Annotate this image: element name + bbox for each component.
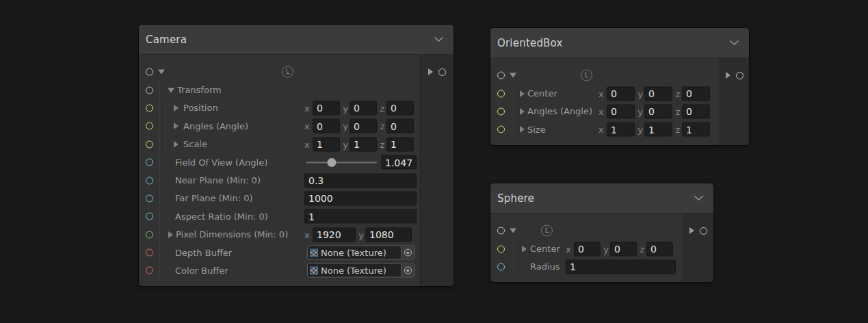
center-x-input[interactable] xyxy=(607,86,635,101)
center-port[interactable] xyxy=(497,90,505,97)
angles-expander-icon[interactable] xyxy=(174,122,179,129)
axis-x-label: x xyxy=(304,103,313,113)
scale-x-input[interactable] xyxy=(313,137,340,151)
angles-expander-icon[interactable] xyxy=(520,108,525,115)
object-picker-button[interactable] xyxy=(401,264,414,277)
pixel-width-input[interactable] xyxy=(313,227,356,242)
camera-output-port[interactable] xyxy=(438,68,446,76)
row-angles: Angles (Angle) x y z xyxy=(139,117,420,135)
angles-x-input[interactable] xyxy=(313,119,340,133)
center-port[interactable] xyxy=(497,245,505,253)
node-camera[interactable]: Camera L Transform xyxy=(139,25,453,286)
node-canvas[interactable]: Camera L Transform xyxy=(0,0,868,323)
axis-x-label: x xyxy=(599,88,607,99)
output-expander-icon[interactable] xyxy=(689,227,694,234)
sphere-output-strip xyxy=(683,214,713,282)
pixel-height-input[interactable] xyxy=(365,227,412,242)
angles-y-input[interactable] xyxy=(644,104,672,118)
output-expander-icon[interactable] xyxy=(726,72,731,79)
color-buffer-port[interactable] xyxy=(146,267,153,274)
pixel-dimensions-port[interactable] xyxy=(146,231,153,238)
local-space-toggle[interactable]: L xyxy=(282,66,293,78)
depth-buffer-port[interactable] xyxy=(146,249,153,257)
orientedbox-node-header[interactable]: OrientedBox xyxy=(490,28,749,58)
collapse-inputs-icon[interactable] xyxy=(158,70,165,75)
field-of-view-slider[interactable] xyxy=(304,155,378,169)
near-plane-input[interactable] xyxy=(304,173,417,188)
node-input-port[interactable] xyxy=(497,227,505,235)
row-label: Near Plane (Min: 0) xyxy=(139,175,261,185)
position-y-input[interactable] xyxy=(350,101,377,115)
indent-guide xyxy=(159,153,160,171)
near-plane-port[interactable] xyxy=(146,177,153,184)
scale-z-input[interactable] xyxy=(386,137,414,151)
field-of-view-port[interactable] xyxy=(146,159,153,166)
indent-guide xyxy=(159,244,160,261)
pixel-dimensions-expander-icon[interactable] xyxy=(168,231,173,238)
axis-x-label: x xyxy=(599,106,607,116)
center-expander-icon[interactable] xyxy=(520,90,525,97)
local-space-toggle[interactable]: L xyxy=(541,225,553,237)
slider-handle[interactable] xyxy=(327,158,336,167)
position-expander-icon[interactable] xyxy=(174,105,179,112)
transform-port[interactable] xyxy=(146,86,153,94)
size-expander-icon[interactable] xyxy=(520,126,525,133)
transform-expander-icon[interactable] xyxy=(168,88,174,92)
radius-input[interactable] xyxy=(566,259,676,274)
collapse-chevron-icon[interactable] xyxy=(694,196,703,201)
angles-port[interactable] xyxy=(146,122,153,130)
node-input-port[interactable] xyxy=(497,72,505,79)
indent-guide xyxy=(514,120,514,138)
scale-port[interactable] xyxy=(146,140,153,148)
angles-z-input[interactable] xyxy=(682,104,710,118)
angles-z-input[interactable] xyxy=(386,119,414,133)
scale-expander-icon[interactable] xyxy=(174,141,179,148)
depth-buffer-object-field[interactable]: None (Texture) xyxy=(307,246,415,260)
size-port[interactable] xyxy=(497,126,505,133)
indent-guide xyxy=(159,261,160,279)
texture-thumbnail-icon xyxy=(310,248,318,257)
aspect-ratio-port[interactable] xyxy=(146,213,153,220)
aspect-ratio-input[interactable] xyxy=(304,209,417,224)
color-buffer-control: None (Texture) xyxy=(304,263,417,278)
position-port[interactable] xyxy=(146,104,153,112)
center-z-input[interactable] xyxy=(682,86,710,101)
indent-guide xyxy=(514,84,514,102)
center-z-input[interactable] xyxy=(646,242,673,256)
node-input-port[interactable] xyxy=(146,68,153,76)
collapse-inputs-icon[interactable] xyxy=(510,229,516,233)
node-orientedbox[interactable]: OrientedBox L Center x y xyxy=(490,28,749,145)
row-label: Far Plane (Min: 0) xyxy=(139,193,253,203)
sphere-node-header[interactable]: Sphere xyxy=(490,183,713,214)
position-x-input[interactable] xyxy=(313,101,340,115)
far-plane-port[interactable] xyxy=(146,194,153,202)
scale-y-input[interactable] xyxy=(350,137,377,151)
local-space-toggle[interactable]: L xyxy=(581,70,592,81)
orientedbox-output-port[interactable] xyxy=(736,72,744,79)
center-x-input[interactable] xyxy=(574,242,601,256)
center-y-input[interactable] xyxy=(644,86,672,101)
camera-node-header[interactable]: Camera xyxy=(139,25,453,55)
output-expander-icon[interactable] xyxy=(428,68,433,75)
node-sphere[interactable]: Sphere L Center x y xyxy=(490,183,713,282)
size-z-input[interactable] xyxy=(682,122,710,137)
far-plane-input[interactable] xyxy=(304,191,417,205)
size-y-input[interactable] xyxy=(644,122,672,137)
collapse-chevron-icon[interactable] xyxy=(730,40,739,46)
collapse-chevron-icon[interactable] xyxy=(434,37,443,42)
orientedbox-output-strip xyxy=(720,58,749,145)
angles-port[interactable] xyxy=(497,107,505,115)
far-plane-control xyxy=(304,191,417,205)
color-buffer-object-field[interactable]: None (Texture) xyxy=(307,263,415,278)
field-of-view-input[interactable] xyxy=(381,155,417,170)
center-y-input[interactable] xyxy=(610,242,637,256)
object-picker-button[interactable] xyxy=(401,246,414,259)
center-expander-icon[interactable] xyxy=(522,246,527,253)
sphere-output-port[interactable] xyxy=(700,227,707,235)
collapse-inputs-icon[interactable] xyxy=(510,73,516,78)
angles-x-input[interactable] xyxy=(607,104,635,118)
position-z-input[interactable] xyxy=(386,101,414,115)
radius-port[interactable] xyxy=(497,263,505,270)
angles-y-input[interactable] xyxy=(350,119,377,133)
size-x-input[interactable] xyxy=(607,122,635,137)
